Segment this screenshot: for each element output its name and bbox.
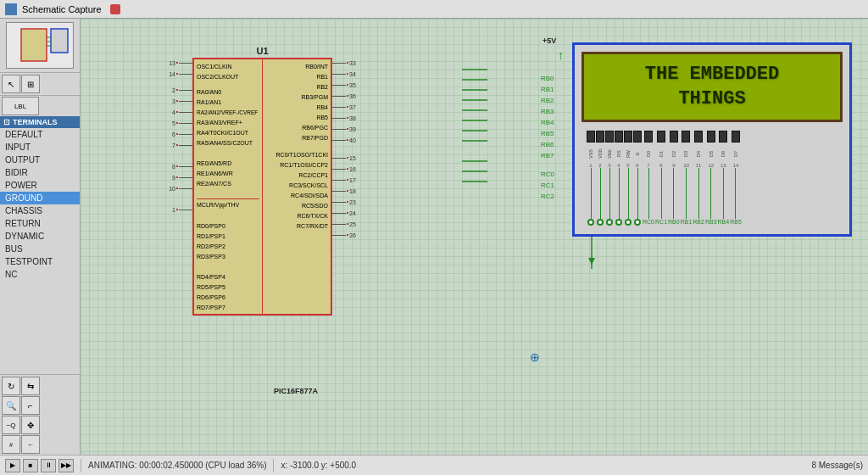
sidebar-item-input[interactable]: INPUT bbox=[0, 141, 80, 154]
title-bar: Schematic Capture bbox=[0, 0, 868, 19]
lcd-line2: THINGS bbox=[597, 87, 827, 112]
undo-tool[interactable]: ← bbox=[21, 435, 40, 454]
sidebar: ↖ ⊞ LBL ⊡ TERMINALS DEFAULT INPUT OUTPUT… bbox=[0, 19, 81, 475]
app-icon bbox=[5, 3, 17, 15]
zoom-out-tool[interactable]: −Q bbox=[2, 416, 20, 434]
ic-component: U1 13 14 bbox=[164, 46, 361, 316]
vcc-arrow-icon: ↑ bbox=[558, 48, 564, 62]
forward-button[interactable]: ▶▶ bbox=[58, 459, 74, 472]
stop-button[interactable]: ■ bbox=[23, 459, 38, 472]
sidebar-item-nc[interactable]: NC bbox=[0, 268, 80, 281]
lcd-line1: THE EMBEDDED bbox=[597, 63, 827, 87]
lcd-screen: THE EMBEDDED THINGS bbox=[581, 52, 843, 122]
sidebar-item-default[interactable]: DEFAULT bbox=[0, 128, 80, 141]
cursor-tool[interactable]: ↖ bbox=[2, 75, 20, 93]
sidebar-item-chassis[interactable]: CHASSIS bbox=[0, 204, 80, 217]
divider-1 bbox=[81, 459, 81, 472]
play-button[interactable]: ▶ bbox=[5, 459, 20, 472]
canvas-area[interactable]: U1 13 14 bbox=[81, 19, 868, 475]
sidebar-item-return[interactable]: RETURN bbox=[0, 217, 80, 230]
sidebar-item-bidir[interactable]: BIDIR bbox=[0, 166, 80, 179]
animation-status: ANIMATING: 00:00:02.450000 (CPU load 36%… bbox=[88, 461, 266, 470]
sidebar-item-bus[interactable]: BUS bbox=[0, 243, 80, 255]
coordinates: x: -3100.0 y: +500.0 bbox=[281, 461, 356, 470]
main-container: ↖ ⊞ LBL ⊡ TERMINALS DEFAULT INPUT OUTPUT… bbox=[0, 19, 868, 475]
ic-ref: U1 bbox=[164, 46, 361, 56]
close-button[interactable] bbox=[110, 4, 120, 14]
sidebar-item-output[interactable]: OUTPUT bbox=[0, 154, 80, 166]
ic-part-label: PIC16F877A bbox=[274, 387, 318, 395]
mirror-tool[interactable]: ⇆ bbox=[21, 377, 40, 395]
wire-tool[interactable]: ⌐ bbox=[21, 396, 40, 415]
svg-rect-0 bbox=[21, 29, 47, 61]
crosshair-cursor bbox=[530, 349, 542, 361]
terminal-icon: ⊡ bbox=[3, 118, 10, 126]
svg-marker-17 bbox=[588, 258, 595, 265]
svg-rect-1 bbox=[51, 29, 68, 53]
sidebar-item-ground[interactable]: GROUND bbox=[0, 192, 80, 204]
component-tool[interactable]: ⊞ bbox=[21, 75, 40, 93]
sidebar-item-testpoint[interactable]: TESTPOINT bbox=[0, 255, 80, 268]
rotate-tool[interactable]: ↻ bbox=[2, 377, 20, 395]
label-tool[interactable]: LBL bbox=[2, 97, 39, 115]
sidebar-item-dynamic[interactable]: DYNAMIC bbox=[0, 230, 80, 243]
grid-tool[interactable]: # bbox=[2, 435, 20, 454]
terminals-section: ⊡ TERMINALS bbox=[0, 116, 80, 128]
status-bar: ▶ ■ ⏸ ▶▶ ANIMATING: 00:00:02.450000 (CPU… bbox=[0, 455, 868, 475]
preview-box bbox=[6, 22, 74, 69]
pause-button[interactable]: ⏸ bbox=[41, 459, 56, 472]
play-controls: ▶ ■ ⏸ ▶▶ bbox=[5, 459, 74, 472]
terminals-label: TERMINALS bbox=[13, 118, 58, 126]
lcd-component: +5V ↑ THE EMBEDDED THINGS VSS 1 bbox=[572, 42, 852, 237]
message-count: 8 Message(s) bbox=[811, 461, 863, 470]
sidebar-item-power[interactable]: POWER bbox=[0, 179, 80, 192]
title-label: Schematic Capture bbox=[22, 4, 102, 14]
vcc-label: +5V bbox=[542, 36, 556, 45]
zoom-in-tool[interactable]: 🔍 bbox=[2, 396, 20, 415]
divider-2 bbox=[273, 459, 274, 472]
pan-tool[interactable]: ✥ bbox=[21, 416, 40, 434]
